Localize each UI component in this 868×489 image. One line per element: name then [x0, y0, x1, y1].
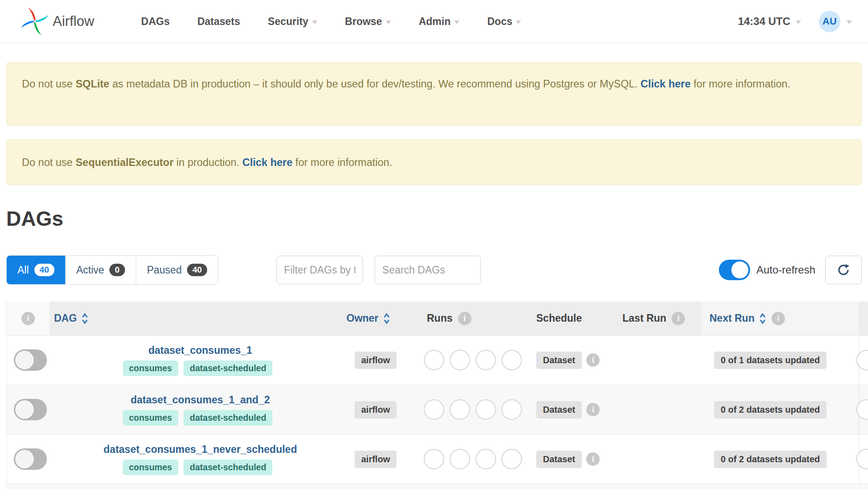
airflow-brand[interactable]: Airflow	[21, 4, 94, 39]
dag-tags: consumes dataset-scheduled	[123, 410, 278, 426]
auto-refresh-toggle[interactable]	[719, 260, 750, 280]
dag-run-status-circle[interactable]	[476, 350, 496, 370]
info-icon[interactable]: i	[21, 312, 35, 325]
auto-refresh-control: Auto-refresh	[719, 256, 862, 284]
banner-text: in production.	[174, 157, 242, 168]
dag-link[interactable]: dataset_consumes_1_never_scheduled	[104, 443, 297, 456]
dag-controls: All40 Active0 Paused40 Auto-refresh	[6, 255, 862, 285]
count-badge: 40	[187, 264, 207, 276]
count-badge: 40	[34, 264, 54, 276]
schedule-badge[interactable]: Dataset	[536, 451, 582, 468]
nav-item-dags[interactable]: DAGs	[127, 16, 184, 28]
banner-text: Do not use	[22, 78, 75, 90]
search-input[interactable]	[375, 256, 481, 284]
avatar: AU	[819, 11, 840, 32]
sort-icon	[81, 312, 88, 325]
sequential-executor-warning-banner: Do not use SequentialExecutor in product…	[6, 139, 862, 185]
banner-text: for more information.	[691, 78, 790, 90]
info-icon[interactable]: i	[586, 353, 600, 367]
nav-item-browse[interactable]: Browse	[331, 16, 405, 28]
column-header-owner[interactable]: Owner	[346, 302, 420, 335]
next-run-badge[interactable]: 0 of 1 datasets updated	[714, 352, 826, 369]
info-icon[interactable]: i	[672, 312, 685, 325]
owner-badge: airflow	[355, 401, 396, 419]
banner-text: as metadata DB in production – it should…	[109, 78, 641, 90]
dag-run-status-circle[interactable]	[501, 449, 522, 469]
dag-run-status-circle[interactable]	[501, 350, 522, 370]
dag-pause-toggle[interactable]	[14, 448, 47, 470]
nav-item-docs[interactable]: Docs	[473, 16, 535, 28]
nav-right: 14:34 UTC AU	[738, 11, 852, 32]
nav-item-admin[interactable]: Admin	[405, 16, 474, 28]
chevron-down-icon	[516, 21, 521, 24]
schedule-badge[interactable]: Dataset	[536, 401, 582, 419]
sort-icon	[383, 312, 390, 325]
refresh-icon	[836, 263, 851, 277]
sqlite-warning-banner: Do not use SQLite as metadata DB in prod…	[6, 62, 862, 126]
brand-name: Airflow	[53, 13, 94, 29]
column-header-next-run[interactable]: Next Run i	[701, 302, 859, 335]
tag[interactable]: dataset-scheduled	[184, 410, 272, 426]
dag-run-status-circle[interactable]	[424, 449, 444, 469]
click-here-link[interactable]: Click here	[640, 78, 690, 90]
info-icon[interactable]: i	[772, 312, 785, 325]
banner-text: for more information.	[292, 157, 392, 168]
table-row: dataset_consumes_1_and_2 consumes datase…	[7, 385, 868, 435]
dag-run-status-circle[interactable]	[476, 399, 496, 420]
tab-paused[interactable]: Paused40	[136, 256, 218, 284]
chevron-down-icon	[454, 21, 459, 24]
dag-run-status-circle[interactable]	[424, 399, 444, 420]
chevron-down-icon	[312, 21, 317, 24]
table-row: dataset_consumes_1 consumes dataset-sche…	[7, 336, 868, 385]
nav-item-datasets[interactable]: Datasets	[184, 16, 254, 28]
auto-refresh-label: Auto-refresh	[756, 264, 815, 276]
dag-run-status-circle[interactable]	[450, 399, 470, 420]
tag[interactable]: consumes	[123, 410, 178, 426]
next-run-badge[interactable]: 0 of 2 datasets updated	[714, 401, 826, 419]
tag[interactable]: dataset-scheduled	[184, 460, 272, 475]
column-header-last-run: Last Runi	[619, 302, 701, 335]
click-here-link[interactable]: Click here	[242, 157, 292, 168]
chevron-down-icon	[386, 21, 391, 24]
utc-clock-dropdown[interactable]: 14:34 UTC	[738, 15, 801, 28]
dag-run-status-circle[interactable]	[424, 350, 444, 370]
table-header: i DAG Owner Runsi Schedule Last Runi Nex…	[7, 302, 868, 336]
dag-link[interactable]: dataset_consumes_1_and_2	[131, 394, 270, 406]
dag-run-status-circle[interactable]	[450, 449, 470, 469]
info-icon[interactable]: i	[586, 452, 600, 466]
dag-link[interactable]: dataset_consumes_1	[148, 344, 252, 356]
page-title: DAGs	[6, 205, 868, 232]
tag[interactable]: consumes	[123, 460, 178, 475]
tag-filter-input[interactable]	[276, 256, 363, 284]
tag[interactable]: consumes	[123, 361, 178, 376]
nav-item-security[interactable]: Security	[254, 16, 331, 28]
next-run-badge[interactable]: 0 of 2 datasets updated	[714, 451, 826, 468]
banner-strong: SequentialExecutor	[75, 157, 173, 168]
info-icon[interactable]: i	[586, 403, 600, 416]
owner-badge: airflow	[355, 352, 396, 369]
column-header-dag[interactable]: DAG	[50, 302, 346, 335]
dag-run-status-circle[interactable]	[476, 449, 496, 469]
owner-badge: airflow	[355, 451, 396, 468]
banner-strong: SQLite	[75, 78, 109, 90]
column-header-runs: Runsi	[420, 302, 532, 335]
table-row: dataset_consumes_1_never_scheduled consu…	[7, 435, 868, 484]
tab-active[interactable]: Active0	[65, 256, 136, 284]
tag[interactable]: dataset-scheduled	[184, 361, 272, 376]
dag-filter-tabs: All40 Active0 Paused40	[6, 255, 218, 285]
nav-menu: DAGs Datasets Security Browse Admin Docs	[127, 16, 535, 28]
dag-run-status-circle[interactable]	[450, 350, 470, 370]
user-menu[interactable]: AU	[819, 11, 852, 32]
chevron-down-icon	[796, 21, 801, 24]
chevron-down-icon	[847, 21, 852, 24]
dag-pause-toggle[interactable]	[14, 349, 47, 371]
refresh-button[interactable]	[825, 256, 862, 284]
info-icon[interactable]: i	[458, 312, 472, 325]
top-navbar: Airflow DAGs Datasets Security Browse Ad…	[0, 0, 868, 43]
dags-table: i DAG Owner Runsi Schedule Last Runi Nex…	[6, 302, 868, 489]
schedule-badge[interactable]: Dataset	[536, 352, 582, 369]
dag-run-status-circle[interactable]	[501, 399, 522, 420]
tab-all[interactable]: All40	[7, 256, 65, 284]
dag-tags: consumes dataset-scheduled	[123, 460, 278, 475]
dag-pause-toggle[interactable]	[14, 399, 47, 420]
